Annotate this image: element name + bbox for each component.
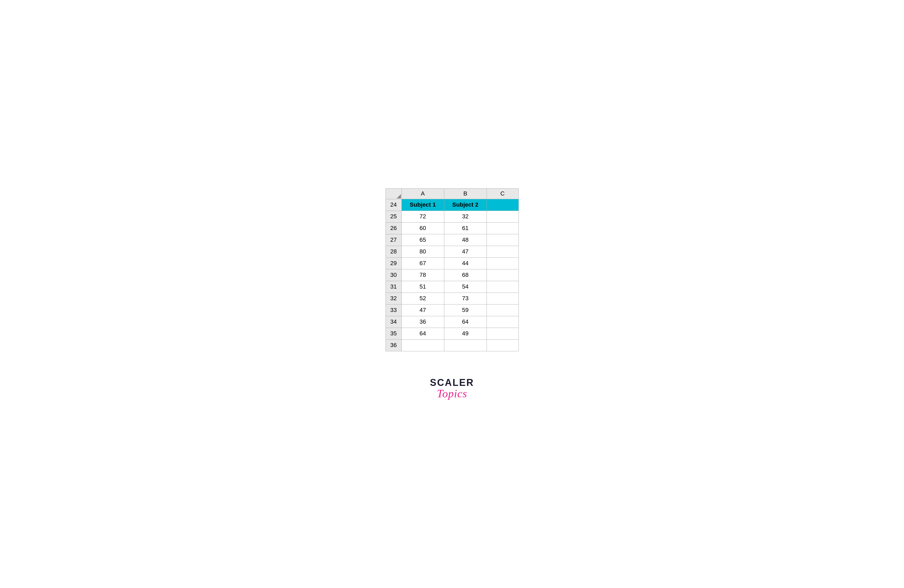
cell-29-b[interactable]: 44 — [444, 258, 487, 269]
cell-30-c[interactable] — [487, 269, 518, 281]
cell-29-c[interactable] — [487, 258, 518, 269]
spreadsheet-container: A B C 24Subject 1Subject 225723226606127… — [386, 188, 519, 351]
row-number-32: 32 — [386, 292, 401, 304]
cell-32-c[interactable] — [487, 292, 518, 304]
cell-36-b[interactable] — [444, 339, 487, 351]
cell-27-a[interactable]: 65 — [401, 234, 444, 246]
cell-24-a[interactable]: Subject 1 — [401, 199, 444, 211]
data-row[interactable]: 315154 — [386, 281, 518, 292]
logo-container: SCALER Topics — [430, 378, 474, 400]
data-row[interactable]: 257232 — [386, 211, 518, 222]
cell-35-b[interactable]: 49 — [444, 328, 487, 339]
row-number-24: 24 — [386, 199, 401, 211]
cell-26-a[interactable]: 60 — [401, 222, 444, 234]
data-row[interactable]: 343664 — [386, 316, 518, 328]
cell-28-a[interactable]: 80 — [401, 246, 444, 258]
column-header-row: A B C — [386, 188, 518, 199]
data-row[interactable]: 296744 — [386, 258, 518, 269]
cell-24-b[interactable]: Subject 2 — [444, 199, 487, 211]
logo-scaler-text: SCALER — [430, 378, 474, 387]
row-number-31: 31 — [386, 281, 401, 292]
cell-30-b[interactable]: 68 — [444, 269, 487, 281]
row-number-30: 30 — [386, 269, 401, 281]
data-row[interactable]: 307868 — [386, 269, 518, 281]
cell-31-c[interactable] — [487, 281, 518, 292]
col-header-b[interactable]: B — [444, 188, 487, 199]
col-header-c[interactable]: C — [487, 188, 518, 199]
cell-26-c[interactable] — [487, 222, 518, 234]
cell-28-b[interactable]: 47 — [444, 246, 487, 258]
cell-33-b[interactable]: 59 — [444, 304, 487, 316]
logo-topics-text: Topics — [437, 387, 467, 400]
row-number-28: 28 — [386, 246, 401, 258]
cell-32-a[interactable]: 52 — [401, 292, 444, 304]
cell-35-a[interactable]: 64 — [401, 328, 444, 339]
cell-25-b[interactable]: 32 — [444, 211, 487, 222]
cell-33-c[interactable] — [487, 304, 518, 316]
row-number-29: 29 — [386, 258, 401, 269]
cell-27-b[interactable]: 48 — [444, 234, 487, 246]
data-row[interactable]: 288047 — [386, 246, 518, 258]
cell-31-b[interactable]: 54 — [444, 281, 487, 292]
header-data-row[interactable]: 24Subject 1Subject 2 — [386, 199, 518, 211]
cell-30-a[interactable]: 78 — [401, 269, 444, 281]
spreadsheet-table[interactable]: A B C 24Subject 1Subject 225723226606127… — [386, 188, 519, 351]
cell-34-c[interactable] — [487, 316, 518, 328]
cell-35-c[interactable] — [487, 328, 518, 339]
data-row[interactable]: 276548 — [386, 234, 518, 246]
data-row[interactable]: 334759 — [386, 304, 518, 316]
cell-28-c[interactable] — [487, 246, 518, 258]
cell-34-a[interactable]: 36 — [401, 316, 444, 328]
col-header-a[interactable]: A — [401, 188, 444, 199]
cell-32-b[interactable]: 73 — [444, 292, 487, 304]
cell-36-a[interactable] — [401, 339, 444, 351]
empty-row[interactable]: 36 — [386, 339, 518, 351]
row-number-25: 25 — [386, 211, 401, 222]
cell-25-c[interactable] — [487, 211, 518, 222]
corner-cell — [386, 188, 401, 199]
cell-27-c[interactable] — [487, 234, 518, 246]
row-number-35: 35 — [386, 328, 401, 339]
cell-29-a[interactable]: 67 — [401, 258, 444, 269]
row-number-33: 33 — [386, 304, 401, 316]
row-number-36: 36 — [386, 339, 401, 351]
cell-24-c[interactable] — [487, 199, 518, 211]
cell-26-b[interactable]: 61 — [444, 222, 487, 234]
row-number-27: 27 — [386, 234, 401, 246]
row-number-26: 26 — [386, 222, 401, 234]
row-number-34: 34 — [386, 316, 401, 328]
cell-36-c[interactable] — [487, 339, 518, 351]
data-row[interactable]: 325273 — [386, 292, 518, 304]
data-row[interactable]: 356449 — [386, 328, 518, 339]
cell-31-a[interactable]: 51 — [401, 281, 444, 292]
cell-25-a[interactable]: 72 — [401, 211, 444, 222]
data-row[interactable]: 266061 — [386, 222, 518, 234]
cell-34-b[interactable]: 64 — [444, 316, 487, 328]
cell-33-a[interactable]: 47 — [401, 304, 444, 316]
